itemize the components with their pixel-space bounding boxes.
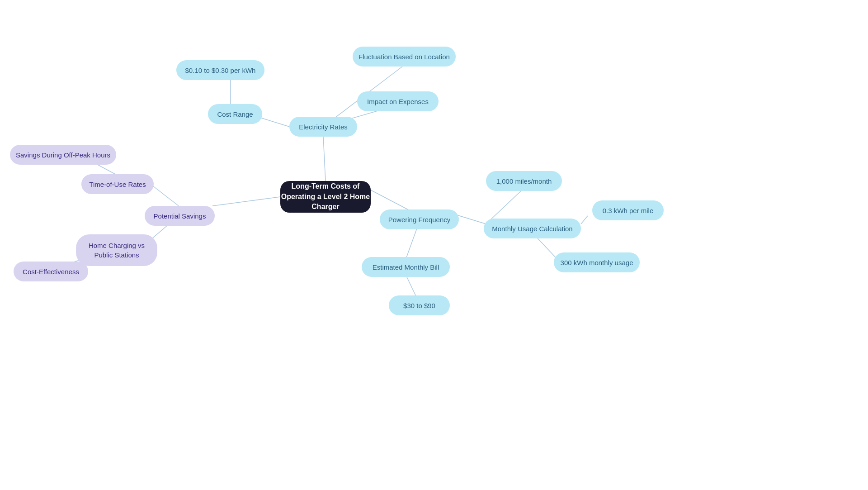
kwh-per-mile-node: 0.3 kWh per mile [592,200,664,220]
estimated-monthly-bill-node: Estimated Monthly Bill [362,257,450,277]
potential-savings-node: Potential Savings [145,206,215,226]
cost-range-value-node: $0.10 to $0.30 per kWh [176,60,264,80]
home-charging-node: Home Charging vs Public Stations [76,234,157,266]
fluctuation-node: Fluctuation Based on Location [353,47,456,67]
svg-line-6 [151,184,179,206]
cost-range-node: Cost Range [208,104,262,124]
svg-line-0 [323,137,326,181]
center-node: Long-Term Costs of Operating a Level 2 H… [280,181,371,213]
impact-expenses-node: Impact on Expenses [357,91,439,111]
bill-value-node: $30 to $90 [389,295,450,315]
time-of-use-rates-node: Time-of-Use Rates [81,174,154,194]
savings-off-peak-node: Savings During Off-Peak Hours [10,145,116,165]
powering-frequency-node: Powering Frequency [380,209,459,229]
svg-line-13 [457,215,486,224]
svg-line-15 [581,216,588,224]
cost-effectiveness-node: Cost-Effectiveness [14,262,88,281]
miles-per-month-node: 1,000 miles/month [486,171,562,191]
monthly-usage-calc-node: Monthly Usage Calculation [484,219,581,238]
svg-line-5 [212,197,280,206]
electricity-rates-node: Electricity Rates [289,117,357,137]
monthly-usage-value-node: 300 kWh monthly usage [554,252,640,272]
